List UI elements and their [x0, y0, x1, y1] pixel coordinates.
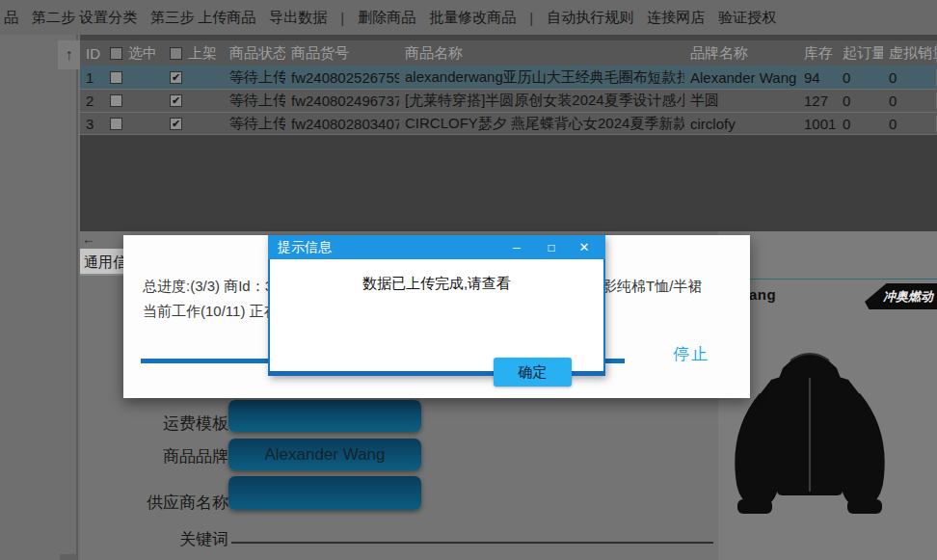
message-dialog: 提示信息 ─ □ ✕ 数据已上传完成,请查看 确定 — [268, 235, 605, 376]
product-brand-field[interactable]: Alexander Wang — [228, 439, 421, 470]
table-row[interactable]: 3 等待上传 fw240802803407 CIRCLOFY瑟夕 燕尾蝶背心女2… — [80, 112, 937, 135]
cell-brand: circlofy — [684, 116, 798, 132]
dialog-title: 提示信息 — [278, 239, 332, 256]
header-virtual-sales[interactable]: 虚拟销量 — [883, 44, 937, 63]
menu-item-products-partial[interactable]: 品 — [4, 9, 18, 27]
cell-min-order: 0 — [837, 116, 883, 132]
cell-brand: Alexander Wang — [684, 69, 798, 86]
supplier-name-label: 供应商名称 — [101, 492, 228, 514]
checkbox-checked-icon[interactable] — [170, 94, 182, 107]
maximize-icon[interactable]: □ — [544, 235, 559, 259]
checkbox-unchecked-icon[interactable] — [110, 118, 122, 130]
table-row[interactable]: 1 等待上传 fw240802526759 alexanderwang亚历山大王… — [80, 66, 937, 89]
header-name[interactable]: 商品名称 — [399, 44, 684, 63]
menu-item-verify-auth[interactable]: 验证授权 — [718, 9, 776, 27]
cell-brand: 半圆 — [684, 92, 798, 110]
progress-product-text: 影纯棉T恤/半裙 — [602, 278, 702, 296]
brand-logo-partial-text: ang — [749, 286, 776, 303]
checkbox-unchecked-icon[interactable] — [110, 71, 122, 84]
menu-item-export-data[interactable]: 导出数据 — [269, 9, 327, 27]
header-listed-label: 上架 — [188, 44, 217, 63]
app-window: 品 第二步 设置分类 第三步 上传商品 导出数据 | 删除商品 批量修改商品 |… — [0, 0, 937, 560]
cell-status: 等待上传 — [224, 115, 285, 133]
dialog-message: 数据已上传完成,请查看 — [270, 275, 603, 293]
header-status[interactable]: 商品状态 — [224, 44, 285, 63]
menu-item-step3-upload-products[interactable]: 第三步 上传商品 — [150, 9, 255, 27]
keywords-label: 关键词 — [101, 528, 228, 550]
tab-general-info[interactable]: 通用信息 — [80, 249, 125, 276]
cell-name: CIRCLOFY瑟夕 燕尾蝶背心女2024夏季新款蝴蝶剪 — [399, 115, 684, 133]
product-table: ID 选中 上架 商品状态 商品货号 商品名称 品牌名称 库存 起订量 虚拟销量… — [80, 40, 937, 135]
cell-stock: 94 — [798, 69, 837, 86]
cell-virtual-sales: 0 — [883, 116, 937, 132]
product-preview-panel: ang 冲奥燃动 — [718, 231, 937, 560]
cell-name: alexanderwang亚历山大王经典毛圈布短款拉链连 — [399, 68, 684, 87]
menu-separator: | — [340, 10, 344, 26]
header-listed[interactable]: 上架 — [164, 44, 224, 63]
menu-separator: | — [529, 10, 533, 26]
checkbox-unchecked-icon[interactable] — [170, 47, 182, 60]
cell-id: 3 — [80, 116, 104, 132]
cell-name: [尤莱特穿搭]半圆原创女装2024夏季设计感小众高 — [399, 92, 684, 110]
menu-item-step2-set-category[interactable]: 第二步 设置分类 — [32, 9, 137, 27]
menu-item-batch-edit-products[interactable]: 批量修改商品 — [429, 9, 516, 27]
menu-item-connect-store[interactable]: 连接网店 — [647, 9, 705, 27]
cell-virtual-sales: 0 — [883, 69, 937, 86]
checkbox-checked-icon[interactable] — [170, 71, 182, 84]
table-empty-area — [80, 135, 937, 231]
product-brand-label: 商品品牌 — [101, 445, 228, 467]
cell-virtual-sales: 0 — [883, 93, 937, 109]
header-min-order[interactable]: 起订量 — [837, 44, 883, 63]
cell-stock: 127 — [798, 93, 837, 109]
divider — [718, 279, 937, 280]
left-gutter: ↑ — [0, 35, 78, 560]
gutter-corner — [60, 554, 77, 560]
cell-id: 1 — [80, 69, 104, 86]
ok-button[interactable]: 确定 — [494, 358, 572, 387]
close-icon[interactable]: ✕ — [576, 235, 592, 259]
stop-button[interactable]: 停止 — [673, 343, 709, 365]
cell-status: 等待上传 — [224, 92, 285, 110]
menu-item-auto-rules[interactable]: 自动执行规则 — [547, 9, 633, 27]
cell-id: 2 — [80, 93, 104, 109]
cell-sku: fw240802496737 — [285, 93, 399, 109]
header-selected-label: 选中 — [128, 44, 157, 63]
dialog-body: 数据已上传完成,请查看 确定 — [268, 259, 605, 371]
scroll-up-icon[interactable]: ↑ — [58, 40, 80, 69]
minimize-icon[interactable]: ─ — [509, 235, 524, 259]
cell-min-order: 0 — [837, 93, 883, 109]
dialog-titlebar[interactable]: 提示信息 ─ □ ✕ — [268, 235, 605, 259]
supplier-name-field[interactable] — [228, 476, 421, 510]
table-header-row: ID 选中 上架 商品状态 商品货号 商品名称 品牌名称 库存 起订量 虚拟销量 — [80, 40, 937, 66]
checkbox-checked-icon[interactable] — [170, 118, 182, 130]
menu-item-delete-product[interactable]: 删除商品 — [358, 9, 415, 27]
keywords-input[interactable] — [231, 542, 713, 544]
table-row[interactable]: 2 等待上传 fw240802496737 [尤莱特穿搭]半圆原创女装2024夏… — [80, 89, 937, 112]
shipping-template-label: 运费模板 — [101, 413, 228, 435]
cell-status: 等待上传 — [224, 68, 285, 87]
checkbox-unchecked-icon[interactable] — [110, 94, 122, 107]
cell-sku: fw240802526759 — [285, 69, 399, 86]
promo-badge: 冲奥燃动 — [865, 283, 937, 309]
back-arrow-icon[interactable]: ← — [82, 231, 95, 247]
cell-stock: 1001 — [798, 116, 837, 132]
header-selected[interactable]: 选中 — [104, 44, 164, 63]
header-id[interactable]: ID — [80, 45, 104, 62]
cell-sku: fw240802803407 — [285, 116, 399, 132]
shipping-template-field[interactable] — [228, 400, 421, 432]
header-brand[interactable]: 品牌名称 — [684, 44, 798, 63]
header-sku[interactable]: 商品货号 — [285, 44, 399, 63]
header-stock[interactable]: 库存 — [798, 44, 837, 63]
cell-min-order: 0 — [837, 69, 883, 86]
checkbox-unchecked-icon[interactable] — [110, 47, 122, 60]
menu-bar: 品 第二步 设置分类 第三步 上传商品 导出数据 | 删除商品 批量修改商品 |… — [0, 0, 937, 35]
